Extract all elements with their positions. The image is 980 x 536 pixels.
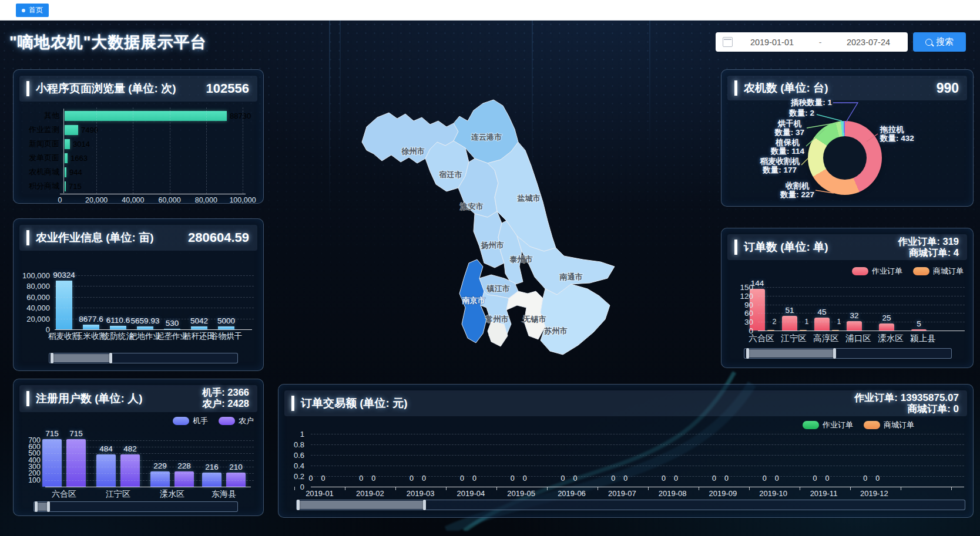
gridline <box>311 434 964 434</box>
data-zoom-handle-right[interactable] <box>109 353 112 363</box>
map-label-yancheng: 盐城市 <box>517 194 541 203</box>
panel-orders-header: 订单数 (单位: 单) 作业订单: 319 商城订单: 4 <box>727 234 967 260</box>
panel-farming-info: 农业作业信息 (单位: 亩) 280604.59 90324 8677.6 61… <box>13 218 264 371</box>
panel-order-count: 订单数 (单位: 单) 作业订单: 319 商城订单: 4 作业订单 商城订单 … <box>721 228 974 368</box>
map-region-changzhou-south[interactable] <box>488 322 508 346</box>
date-start-input[interactable]: 2019-01-01 <box>733 38 811 47</box>
x-category: 溧水区 <box>160 489 184 500</box>
panel-users-title: 注册用户数 (单位: 人) <box>36 385 143 411</box>
bar[interactable] <box>65 139 70 149</box>
gridline <box>446 487 447 490</box>
map-label-nanjing: 南京市 <box>462 296 485 305</box>
bar-work[interactable]: 32 <box>847 321 862 331</box>
x-category: 谷物烘干 <box>210 331 242 342</box>
gridline <box>206 107 207 194</box>
x-axis-line <box>758 331 965 331</box>
date-range-picker[interactable]: 2019-01-01 - 2023-07-24 <box>716 32 908 52</box>
legend-item-farmer[interactable]: 农户 <box>219 416 254 426</box>
x-category: 2019-03 <box>407 489 435 498</box>
gridline <box>758 296 965 296</box>
tab-home-label: 首页 <box>29 5 43 15</box>
bar-zone: 1663 <box>63 151 88 165</box>
data-zoom-handle-right[interactable] <box>833 348 836 359</box>
x-axis-line <box>311 487 964 487</box>
gridline <box>170 107 170 194</box>
gridline <box>55 275 254 276</box>
bar-value: 229 <box>153 461 167 470</box>
gridline <box>45 453 254 454</box>
data-zoom-handle-right[interactable] <box>47 501 50 512</box>
map-label-huaian: 淮安市 <box>460 202 484 211</box>
bar-zone: 715 <box>63 179 82 193</box>
bar-work[interactable]: 51 <box>782 316 797 331</box>
page-title: "嘀地农机"大数据展示平台 <box>9 32 207 53</box>
data-zoom-slider[interactable] <box>33 501 238 512</box>
bar-value: 5 <box>917 319 921 328</box>
stat-mall-orders: 商城订单: 4 <box>898 247 959 258</box>
slice-label-unnamed: 数量: 2 <box>789 109 814 117</box>
bar[interactable]: 90324 <box>56 281 72 329</box>
stat-machinists: 机手: 2366 <box>202 387 249 398</box>
data-zoom-slider[interactable] <box>49 353 238 363</box>
legend-item-work-orders[interactable]: 作业订单 <box>852 266 902 277</box>
bar-work[interactable]: 45 <box>814 318 830 331</box>
bar-value: 1663 <box>71 154 88 163</box>
map-label-nantong: 南通市 <box>559 272 583 281</box>
data-zoom-handle-left[interactable] <box>746 348 749 359</box>
axis-tick: 60 <box>721 309 753 318</box>
data-zoom-handle-right[interactable] <box>423 500 426 510</box>
axis-tick: 0 <box>278 483 304 491</box>
bar-farmer[interactable]: 482 <box>120 454 140 487</box>
panel-trade-amount: 订单交易额 (单位: 元) 作业订单: 13935875.07 商城订单: 0 … <box>278 384 974 518</box>
header-accent-bar <box>26 230 29 245</box>
axis-tick: 150 <box>721 283 753 292</box>
gridline <box>133 107 133 194</box>
bar[interactable] <box>65 153 68 163</box>
bar[interactable]: 8677.6 <box>83 325 99 329</box>
bar[interactable] <box>65 111 227 121</box>
legend-item-mall-orders[interactable]: 商城订单 <box>913 266 964 277</box>
bar[interactable] <box>65 181 66 191</box>
bar-category: 农机商城 <box>22 167 63 177</box>
map-region-suzhou[interactable] <box>541 284 610 355</box>
data-zoom-slider[interactable] <box>744 348 952 359</box>
header-accent-bar <box>26 391 29 406</box>
gridline <box>758 322 965 322</box>
panel-orders-title: 订单数 (单位: 单) <box>744 234 828 260</box>
x-category: 东海县 <box>212 489 236 500</box>
date-end-input[interactable]: 2023-07-24 <box>829 38 908 47</box>
data-zoom-handle-left[interactable] <box>297 500 300 510</box>
map-label-lianyungang: 连云港市 <box>471 133 502 141</box>
slice-label-zhibaoji: 植保机 数量: 114 <box>771 138 804 156</box>
bar-work[interactable]: 25 <box>879 323 894 331</box>
bar-value: 6110.6 <box>106 316 130 325</box>
data-zoom-window[interactable] <box>747 349 834 358</box>
slice-count: 数量: 37 <box>775 128 804 137</box>
legend-item-machinist[interactable]: 机手 <box>173 416 208 426</box>
bar[interactable] <box>65 167 66 177</box>
panel-users-header: 注册用户数 (单位: 人) 机手: 2366 农户: 2428 <box>19 385 257 412</box>
data-zoom-window[interactable] <box>52 354 110 362</box>
bar-value: 715 <box>69 429 83 438</box>
slice-name: 烘干机 <box>775 119 804 128</box>
tab-home[interactable]: 首页 <box>16 4 49 17</box>
legend-swatch-machinist <box>173 417 189 425</box>
data-zoom-handle-left[interactable] <box>35 501 38 512</box>
x-category: 溧水区 <box>878 333 904 344</box>
data-zoom-window[interactable] <box>298 501 424 509</box>
data-zoom-slider[interactable] <box>296 500 965 510</box>
panel-farming-title: 农业作业信息 (单位: 亩) <box>36 225 154 251</box>
gridline <box>496 487 497 490</box>
axis-tick: 100 <box>14 476 41 484</box>
slice-count: 数量: 227 <box>780 190 814 199</box>
panel-page-views: 小程序页面浏览量 (单位: 次) 102556 其他88730 作业监测7490… <box>13 69 264 204</box>
panel-farming-header: 农业作业信息 (单位: 亩) 280604.59 <box>19 225 257 251</box>
x-category: 2019-09 <box>709 489 737 498</box>
bar-machinist[interactable]: 484 <box>96 454 116 487</box>
data-zoom-handle-left[interactable] <box>51 353 53 363</box>
jiangsu-map: 连云港市 徐州市 宿迁市 盐城市 淮安市 扬州市 泰州市 南通市 南京市 镇江市… <box>353 88 623 358</box>
x-axis-line <box>45 487 251 487</box>
search-button[interactable]: 搜索 <box>913 32 966 52</box>
slice-count: 数量: 177 <box>760 166 800 174</box>
bar[interactable] <box>65 125 78 135</box>
